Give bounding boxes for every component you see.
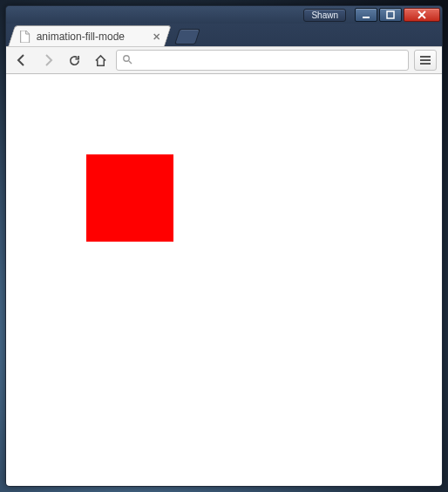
close-button[interactable]	[404, 8, 440, 22]
svg-point-2	[124, 55, 129, 60]
red-square	[86, 154, 173, 242]
search-icon	[122, 54, 132, 67]
address-bar[interactable]	[116, 50, 409, 71]
tab-title: animation-fill-mode	[37, 31, 148, 43]
address-input[interactable]	[138, 54, 403, 66]
forward-button[interactable]	[37, 50, 58, 71]
file-icon	[19, 31, 31, 43]
reload-button[interactable]	[64, 50, 85, 71]
page-viewport	[6, 74, 442, 486]
browser-window: Shawn animation-fill-mode	[5, 5, 443, 487]
tab-strip: animation-fill-mode	[6, 24, 442, 46]
window-titlebar: Shawn	[6, 6, 442, 24]
new-tab-button[interactable]	[174, 29, 200, 44]
browser-tab[interactable]: animation-fill-mode	[8, 25, 172, 46]
maximize-button[interactable]	[379, 8, 402, 22]
user-badge[interactable]: Shawn	[303, 9, 346, 22]
svg-rect-4	[420, 59, 431, 61]
svg-rect-0	[363, 17, 370, 18]
svg-rect-3	[420, 56, 431, 58]
minimize-button[interactable]	[355, 8, 377, 22]
home-button[interactable]	[90, 50, 111, 71]
tab-close-icon[interactable]	[152, 31, 162, 42]
back-button[interactable]	[11, 50, 32, 71]
svg-rect-1	[387, 11, 394, 18]
svg-rect-5	[420, 63, 431, 65]
browser-toolbar	[6, 46, 442, 74]
menu-button[interactable]	[414, 50, 437, 71]
